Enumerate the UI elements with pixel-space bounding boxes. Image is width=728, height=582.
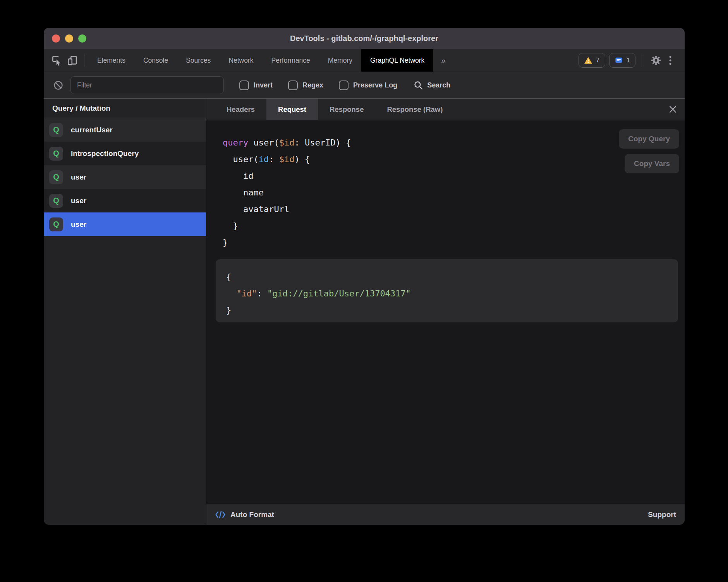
code-line: {: [226, 269, 678, 285]
tab-headers[interactable]: Headers: [215, 99, 266, 120]
devtools-window: DevTools - gitlab.com/-/graphql-explorer…: [44, 28, 685, 525]
preserve-log-checkbox-group: Preserve Log: [339, 80, 397, 90]
code-line: avatarUrl: [223, 201, 351, 217]
tab-sources[interactable]: Sources: [177, 49, 220, 72]
close-window-button[interactable]: [52, 34, 60, 43]
invert-checkbox-group: Invert: [239, 80, 273, 90]
block-filter-icon[interactable]: [53, 80, 64, 91]
code-line: query user($id: UserID) {: [223, 134, 351, 151]
traffic-lights: [44, 34, 86, 43]
desktop-background: DevTools - gitlab.com/-/graphql-explorer…: [0, 0, 728, 582]
issue-count: 1: [627, 56, 630, 64]
query-row-label: user: [71, 220, 86, 229]
copy-query-button[interactable]: Copy Query: [619, 129, 679, 149]
inspect-element-button[interactable]: [49, 52, 65, 69]
query-row-user-3-selected[interactable]: Q user: [44, 212, 206, 236]
query-type-badge: Q: [49, 170, 63, 184]
auto-format-icon[interactable]: [215, 510, 226, 519]
toolbar-separator-2: [642, 53, 642, 67]
strip-spacer: [454, 99, 661, 120]
maximize-window-button[interactable]: [78, 34, 86, 43]
auto-format-label[interactable]: Auto Format: [230, 510, 274, 519]
invert-checkbox[interactable]: [239, 80, 249, 90]
titlebar: DevTools - gitlab.com/-/graphql-explorer: [44, 28, 685, 49]
query-type-badge: Q: [49, 123, 63, 137]
gear-icon: [650, 55, 662, 66]
issues-badge-button[interactable]: 1: [609, 53, 635, 68]
request-content: query user($id: UserID) { user(id: $id) …: [206, 120, 685, 504]
tab-console[interactable]: Console: [134, 49, 177, 72]
code-line: }: [223, 217, 351, 234]
variables-box: { "id": "gid://gitlab/User/13704317"}: [216, 259, 678, 322]
close-icon: [669, 105, 677, 113]
tab-response[interactable]: Response: [318, 99, 375, 120]
warnings-badge-button[interactable]: 7: [579, 53, 605, 68]
query-type-badge: Q: [49, 217, 63, 231]
window-title: DevTools - gitlab.com/-/graphql-explorer: [44, 34, 685, 43]
warning-count: 7: [596, 56, 599, 64]
more-tabs-button[interactable]: »: [433, 56, 453, 65]
inspect-cursor-icon: [51, 55, 63, 66]
query-row-user-2[interactable]: Q user: [44, 189, 206, 212]
regex-checkbox-group: Regex: [288, 80, 323, 90]
minimize-window-button[interactable]: [65, 34, 73, 43]
devtools-toolbar: Elements Console Sources Network Perform…: [44, 49, 685, 72]
tab-network[interactable]: Network: [220, 49, 262, 72]
tab-graphql-network[interactable]: GraphQL Network: [361, 49, 433, 72]
panel-body: Query / Mutation Q currentUser Q Introsp…: [44, 99, 685, 525]
device-toolbar-icon: [67, 55, 78, 66]
filter-input[interactable]: [70, 76, 224, 94]
code-line: "id": "gid://gitlab/User/13704317": [226, 285, 678, 302]
query-row-currentUser[interactable]: Q currentUser: [44, 118, 206, 142]
toggle-device-toolbar-button[interactable]: [65, 52, 80, 69]
code-line: }: [223, 234, 351, 251]
code-line: }: [226, 302, 678, 318]
request-detail-panel: Headers Request Response Response (Raw) …: [206, 99, 685, 525]
tab-request[interactable]: Request: [266, 99, 318, 120]
code-line: name: [223, 184, 351, 201]
request-code: query user($id: UserID) { user(id: $id) …: [223, 134, 351, 251]
query-row-user-1[interactable]: Q user: [44, 165, 206, 189]
warning-icon: [584, 56, 592, 64]
query-row-label: user: [71, 197, 86, 205]
message-icon: [615, 56, 623, 64]
search-icon: [414, 80, 423, 90]
query-row-label: IntrospectionQuery: [71, 149, 139, 158]
preserve-log-checkbox[interactable]: [339, 80, 349, 90]
detail-footer: Auto Format Support: [206, 504, 685, 525]
query-row-label: currentUser: [71, 126, 113, 134]
query-list-panel: Query / Mutation Q currentUser Q Introsp…: [44, 99, 206, 525]
code-line: user(id: $id) {: [223, 151, 351, 168]
tab-memory[interactable]: Memory: [319, 49, 361, 72]
copy-vars-button[interactable]: Copy Vars: [625, 154, 679, 173]
query-row-introspectionQuery[interactable]: Q IntrospectionQuery: [44, 142, 206, 165]
tab-response-raw[interactable]: Response (Raw): [375, 99, 454, 120]
search-button[interactable]: Search: [414, 80, 450, 90]
tab-elements[interactable]: Elements: [88, 49, 134, 72]
preserve-log-label: Preserve Log: [353, 81, 397, 89]
detail-tab-strip: Headers Request Response Response (Raw): [206, 99, 685, 120]
query-type-badge: Q: [49, 147, 63, 161]
tab-performance[interactable]: Performance: [263, 49, 319, 72]
search-label: Search: [427, 81, 450, 89]
toolbar-separator: [84, 53, 84, 67]
close-detail-button[interactable]: [661, 99, 685, 120]
regex-label: Regex: [302, 81, 323, 89]
copy-buttons: Copy Query Copy Vars: [619, 129, 679, 173]
query-row-label: user: [71, 173, 86, 181]
support-link[interactable]: Support: [648, 510, 676, 519]
invert-label: Invert: [254, 81, 273, 89]
regex-checkbox[interactable]: [288, 80, 298, 90]
filter-bar: Invert Regex Preserve Log Search: [44, 72, 685, 99]
kebab-menu-icon: [666, 55, 675, 65]
customize-devtools-button[interactable]: [664, 52, 677, 69]
code-line: id: [223, 168, 351, 184]
query-list-header: Query / Mutation: [44, 99, 206, 118]
query-type-badge: Q: [49, 194, 63, 208]
settings-button[interactable]: [648, 52, 664, 69]
